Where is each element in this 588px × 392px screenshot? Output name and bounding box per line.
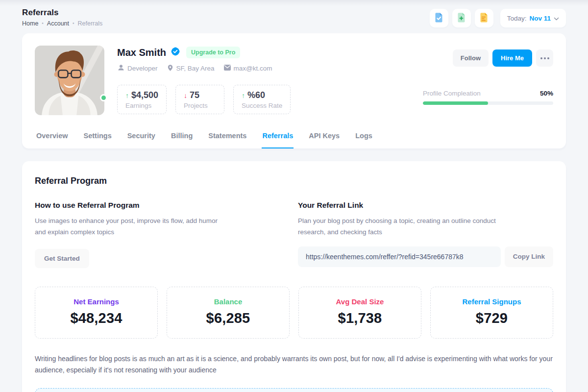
avatar bbox=[35, 46, 104, 115]
profile-name: Max Smith bbox=[117, 47, 166, 58]
tab-security[interactable]: Security bbox=[127, 128, 156, 148]
file-plus-icon bbox=[457, 12, 466, 24]
tab-overview[interactable]: Overview bbox=[36, 128, 69, 148]
date-value: Nov 11 bbox=[529, 15, 551, 22]
tab-logs[interactable]: Logs bbox=[355, 128, 373, 148]
profile-email: max@kt.com bbox=[223, 64, 272, 73]
metric-avg-deal-size: Avg Deal Size $1,738 bbox=[298, 287, 421, 339]
toolbar-left: Referrals Home • Account • Referrals bbox=[22, 8, 102, 27]
file-check-icon bbox=[434, 12, 443, 24]
date-picker-button[interactable]: Today: Nov 11 bbox=[500, 9, 566, 27]
tab-billing[interactable]: Billing bbox=[171, 128, 193, 148]
profile-right: Follow Hire Me Profile Compleation 50% bbox=[423, 46, 553, 115]
upgrade-pro-badge[interactable]: Upgrade to Pro bbox=[186, 47, 240, 58]
file-lines-button[interactable] bbox=[475, 9, 493, 27]
chevron-down-icon bbox=[554, 15, 559, 22]
breadcrumb-separator: • bbox=[42, 21, 44, 26]
file-check-button[interactable] bbox=[430, 9, 448, 27]
breadcrumb-home[interactable]: Home bbox=[22, 20, 38, 27]
verified-badge-icon bbox=[171, 47, 180, 58]
metric-referral-signups: Referral Signups $729 bbox=[430, 287, 553, 339]
get-started-button[interactable]: Get Started bbox=[35, 249, 89, 268]
profile-role: Developer bbox=[117, 64, 158, 73]
stat-success-rate: ↑ %60 Success Rate bbox=[233, 85, 291, 114]
how-to-text: Use images to enhance your post, improve… bbox=[35, 216, 230, 238]
more-options-button[interactable] bbox=[536, 49, 553, 67]
profile-main: Max Smith Upgrade to Pro Developer bbox=[117, 46, 410, 115]
stat-projects: ↓ 75 Projects bbox=[175, 85, 224, 114]
referral-program-card: Referral Program How to use Referral Pro… bbox=[22, 161, 566, 392]
breadcrumb-separator: • bbox=[73, 21, 74, 26]
trend-up-icon: ↑ bbox=[125, 92, 129, 99]
file-plus-button[interactable] bbox=[452, 9, 471, 27]
completion-percent: 50% bbox=[540, 90, 553, 97]
user-icon bbox=[117, 64, 125, 73]
profile-location: SF, Bay Area bbox=[167, 64, 215, 73]
tab-referrals[interactable]: Referrals bbox=[262, 128, 294, 148]
profile-completion: Profile Compleation 50% bbox=[423, 90, 553, 105]
toolbar: Referrals Home • Account • Referrals bbox=[0, 0, 588, 33]
withdraw-notice: Withdraw Your Money to a Bank Account bbox=[35, 388, 553, 392]
profile-card: Max Smith Upgrade to Pro Developer bbox=[22, 33, 566, 148]
follow-button[interactable]: Follow bbox=[453, 49, 489, 67]
copy-link-button[interactable]: Copy Link bbox=[505, 246, 553, 267]
referral-link-input[interactable] bbox=[298, 246, 501, 267]
referral-link-text: Plan your blog post by choosing a topic,… bbox=[298, 216, 510, 238]
breadcrumb-account[interactable]: Account bbox=[47, 20, 69, 27]
how-to-heading: How to use Referral Program bbox=[35, 201, 265, 210]
date-label: Today: bbox=[507, 15, 527, 22]
breadcrumb-current: Referrals bbox=[78, 20, 103, 27]
online-status-dot bbox=[100, 94, 107, 101]
profile-progress-fill bbox=[423, 101, 488, 105]
trend-down-icon: ↓ bbox=[184, 92, 187, 99]
breadcrumb: Home • Account • Referrals bbox=[22, 20, 102, 27]
file-lines-icon bbox=[479, 12, 489, 24]
profile-meta: Developer SF, Bay Area max@kt.com bbox=[117, 64, 410, 73]
referral-note: Writing headlines for blog posts is as m… bbox=[35, 353, 553, 375]
location-pin-icon bbox=[167, 64, 174, 73]
referral-link-column: Your Referral Link Plan your blog post b… bbox=[298, 201, 553, 268]
profile-progress-track bbox=[423, 101, 553, 105]
referral-program-title: Referral Program bbox=[35, 176, 553, 186]
profile-stats: ↑ $4,500 Earnings ↓ 75 Projects bbox=[117, 85, 410, 114]
ellipsis-icon bbox=[540, 57, 549, 59]
referral-metrics: Net Earnings $48,234 Balance $6,285 Avg … bbox=[35, 287, 553, 339]
toolbar-right: Today: Nov 11 bbox=[430, 9, 566, 27]
completion-label: Profile Compleation bbox=[423, 90, 481, 97]
trend-up-icon: ↑ bbox=[242, 92, 245, 99]
tab-statements[interactable]: Statements bbox=[208, 128, 247, 148]
hire-me-button[interactable]: Hire Me bbox=[492, 49, 532, 67]
referral-link-heading: Your Referral Link bbox=[298, 201, 553, 210]
envelope-icon bbox=[223, 64, 231, 73]
tab-api-keys[interactable]: API Keys bbox=[308, 128, 340, 148]
page: Referrals Home • Account • Referrals bbox=[0, 0, 588, 392]
stat-earnings: ↑ $4,500 Earnings bbox=[117, 85, 167, 114]
metric-net-earnings: Net Earnings $48,234 bbox=[35, 287, 158, 339]
how-to-column: How to use Referral Program Use images t… bbox=[35, 201, 265, 268]
profile-tabs: Overview Settings Security Billing State… bbox=[35, 128, 553, 148]
tab-settings[interactable]: Settings bbox=[83, 128, 112, 148]
avatar-illustration bbox=[35, 46, 104, 115]
metric-balance: Balance $6,285 bbox=[167, 287, 290, 339]
page-title: Referrals bbox=[22, 8, 102, 18]
